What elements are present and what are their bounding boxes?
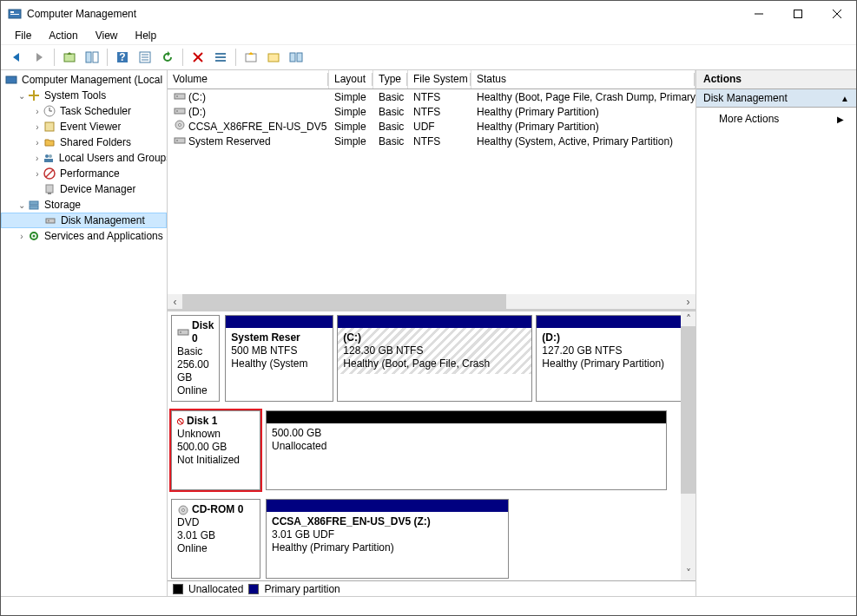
- collapse-icon[interactable]: ⌄: [16, 91, 27, 101]
- menu-action[interactable]: Action: [42, 28, 84, 43]
- collapse-icon[interactable]: ▲: [841, 94, 849, 103]
- col-fs[interactable]: File System: [408, 70, 471, 88]
- drive-icon: [173, 135, 187, 146]
- up-button[interactable]: [59, 47, 80, 68]
- svg-point-36: [45, 154, 49, 158]
- disk-info[interactable]: ⦸ Disk 1Unknown500.00 GBNot Initialized: [171, 410, 260, 490]
- tree-disk-management[interactable]: Disk Management: [1, 213, 167, 228]
- menu-bar: File Action View Help: [1, 27, 856, 44]
- center-pane: Volume Layout Type File System Status (C…: [168, 70, 695, 596]
- legend: Unallocated Primary partition: [168, 580, 695, 596]
- volume-row[interactable]: (D:)SimpleBasicNTFSHealthy (Primary Part…: [168, 104, 695, 119]
- disk-icon: [177, 505, 189, 515]
- svg-rect-24: [246, 54, 256, 62]
- help-button[interactable]: ?: [112, 47, 133, 68]
- volume-body[interactable]: (C:)SimpleBasicNTFSHealthy (Boot, Page F…: [168, 89, 695, 294]
- col-volume[interactable]: Volume: [168, 70, 329, 88]
- storage-icon: [27, 198, 41, 212]
- tree-storage[interactable]: ⌄ Storage: [1, 197, 167, 213]
- svg-rect-11: [86, 52, 91, 62]
- svg-rect-44: [30, 206, 38, 209]
- svg-rect-12: [93, 52, 98, 62]
- disk-row: ⦸ Disk 1Unknown500.00 GBNot Initialized5…: [171, 410, 677, 490]
- expand-icon[interactable]: ›: [32, 138, 43, 147]
- volume-header-row: Volume Layout Type File System Status: [168, 70, 695, 89]
- partition[interactable]: 500.00 GBUnallocated: [266, 410, 667, 490]
- tree-shared-folders[interactable]: › Shared Folders: [1, 134, 167, 150]
- svg-rect-2: [10, 14, 19, 15]
- swatch-primary: [248, 584, 259, 594]
- disk-info[interactable]: Disk 0Basic256.00 GBOnline: [171, 315, 220, 402]
- partition[interactable]: (D:)127.20 GB NTFSHealthy (Primary Parti…: [536, 315, 681, 402]
- expand-icon[interactable]: ›: [32, 122, 43, 132]
- expand-icon[interactable]: ›: [16, 232, 27, 241]
- menu-view[interactable]: View: [89, 28, 125, 43]
- actions-pane: Actions Disk Management ▲ More Actions ▶: [695, 70, 856, 596]
- scroll-right-icon[interactable]: ›: [681, 294, 695, 309]
- tree-device-manager[interactable]: Device Manager: [1, 181, 167, 197]
- scroll-thumb[interactable]: [681, 326, 695, 494]
- svg-rect-1: [10, 11, 14, 13]
- volume-row[interactable]: CCSA_X86FRE_EN-US_DV5 (Z:)SimpleBasicUDF…: [168, 119, 695, 134]
- scroll-thumb[interactable]: [182, 294, 506, 309]
- actions-section[interactable]: Disk Management ▲: [696, 89, 856, 108]
- col-type[interactable]: Type: [373, 70, 408, 88]
- tree-task-scheduler[interactable]: › Task Scheduler: [1, 103, 167, 119]
- menu-file[interactable]: File: [8, 28, 38, 43]
- volume-row[interactable]: (C:)SimpleBasicNTFSHealthy (Boot, Page F…: [168, 89, 695, 104]
- users-icon: [43, 151, 56, 165]
- tree-performance[interactable]: › Performance: [1, 166, 167, 181]
- toolbar: ?: [1, 44, 856, 70]
- v-scrollbar[interactable]: ˄ ˅: [681, 311, 695, 580]
- svg-point-46: [48, 220, 49, 222]
- svg-point-60: [182, 508, 185, 511]
- settings-button[interactable]: [241, 47, 261, 68]
- expand-icon[interactable]: ›: [32, 169, 43, 179]
- svg-rect-45: [46, 219, 55, 223]
- svg-rect-27: [290, 53, 295, 62]
- clock-icon: [43, 104, 56, 118]
- status-bar: [1, 596, 856, 615]
- svg-rect-35: [45, 122, 54, 131]
- partition[interactable]: System Reser500 MB NTFSHealthy (System: [225, 315, 333, 402]
- volume-row[interactable]: System ReservedSimpleBasicNTFSHealthy (S…: [168, 134, 695, 148]
- scroll-up-icon[interactable]: ˄: [681, 311, 695, 326]
- expand-icon[interactable]: ›: [32, 107, 43, 116]
- svg-rect-21: [215, 53, 226, 55]
- tree-services[interactable]: › Services and Applications: [1, 228, 167, 244]
- drive-icon: [173, 91, 187, 102]
- back-button[interactable]: [6, 47, 27, 68]
- forward-button[interactable]: [29, 47, 49, 68]
- swatch-unallocated: [173, 584, 183, 594]
- tree-event-viewer[interactable]: › Event Viewer: [1, 119, 167, 134]
- expand-icon[interactable]: ›: [32, 154, 43, 163]
- close-button[interactable]: [817, 1, 856, 27]
- partition[interactable]: CCSA_X86FRE_EN-US_DV5 (Z:)3.01 GB UDFHea…: [266, 499, 509, 579]
- scroll-left-icon[interactable]: ‹: [168, 294, 182, 309]
- delete-button[interactable]: [188, 47, 208, 68]
- show-hide-button[interactable]: [82, 47, 102, 68]
- partition[interactable]: (C:)128.30 GB NTFSHealthy (Boot, Page Fi…: [337, 315, 532, 402]
- tree-local-users[interactable]: › Local Users and Groups: [1, 150, 167, 166]
- minimize-button[interactable]: [739, 1, 778, 27]
- col-status[interactable]: Status: [471, 70, 695, 88]
- collapse-icon[interactable]: ⌄: [16, 200, 27, 210]
- maximize-button[interactable]: [778, 1, 817, 27]
- scroll-down-icon[interactable]: ˅: [681, 566, 695, 580]
- view2-button[interactable]: [263, 47, 284, 68]
- disk-info[interactable]: CD-ROM 0DVD3.01 GBOnline: [171, 499, 260, 579]
- actions-more[interactable]: More Actions ▶: [696, 108, 856, 130]
- view3-button[interactable]: [286, 47, 307, 68]
- h-scrollbar[interactable]: ‹ ›: [168, 294, 695, 309]
- tree-root[interactable]: Computer Management (Local: [1, 72, 167, 88]
- menu-help[interactable]: Help: [129, 28, 164, 43]
- disk-scroll[interactable]: Disk 0Basic256.00 GBOnlineSystem Reser50…: [168, 311, 681, 580]
- chevron-right-icon: ▶: [837, 115, 844, 124]
- col-layout[interactable]: Layout: [329, 70, 373, 88]
- properties-button[interactable]: [135, 47, 155, 68]
- svg-rect-41: [46, 185, 53, 193]
- volume-list: Volume Layout Type File System Status (C…: [168, 70, 695, 311]
- list-button[interactable]: [210, 47, 231, 68]
- refresh-button[interactable]: [157, 47, 178, 68]
- tree-system-tools[interactable]: ⌄ System Tools: [1, 88, 167, 103]
